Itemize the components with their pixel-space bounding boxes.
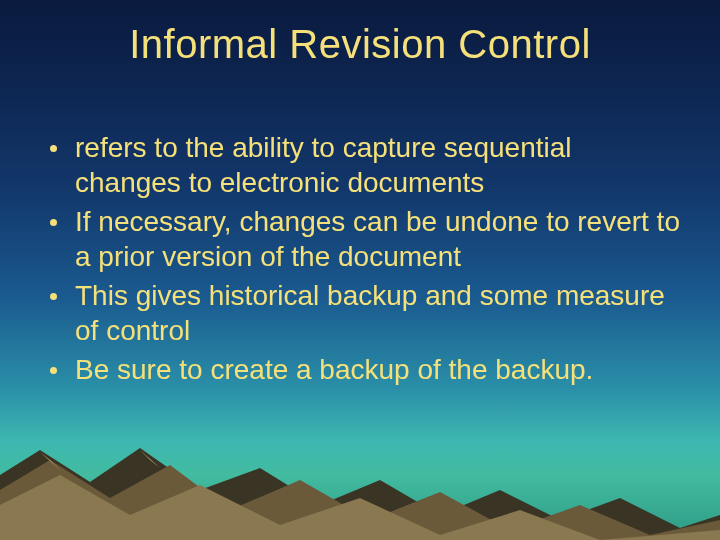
slide-body: refers to the ability to capture sequent… xyxy=(40,130,680,391)
bullet-text: refers to the ability to capture sequent… xyxy=(75,130,680,200)
bullet-text: This gives historical backup and some me… xyxy=(75,278,680,348)
bullet-dot-icon xyxy=(50,293,57,300)
bullet-item: refers to the ability to capture sequent… xyxy=(40,130,680,200)
slide: Informal Revision Control refers to the … xyxy=(0,0,720,540)
bullet-item: This gives historical backup and some me… xyxy=(40,278,680,348)
bullet-item: If necessary, changes can be undone to r… xyxy=(40,204,680,274)
bullet-dot-icon xyxy=(50,219,57,226)
bullet-dot-icon xyxy=(50,367,57,374)
bullet-item: Be sure to create a backup of the backup… xyxy=(40,352,680,387)
bullet-text: Be sure to create a backup of the backup… xyxy=(75,352,593,387)
bullet-dot-icon xyxy=(50,145,57,152)
bullet-text: If necessary, changes can be undone to r… xyxy=(75,204,680,274)
mountains-decoration-icon xyxy=(0,420,720,540)
slide-title: Informal Revision Control xyxy=(0,22,720,67)
